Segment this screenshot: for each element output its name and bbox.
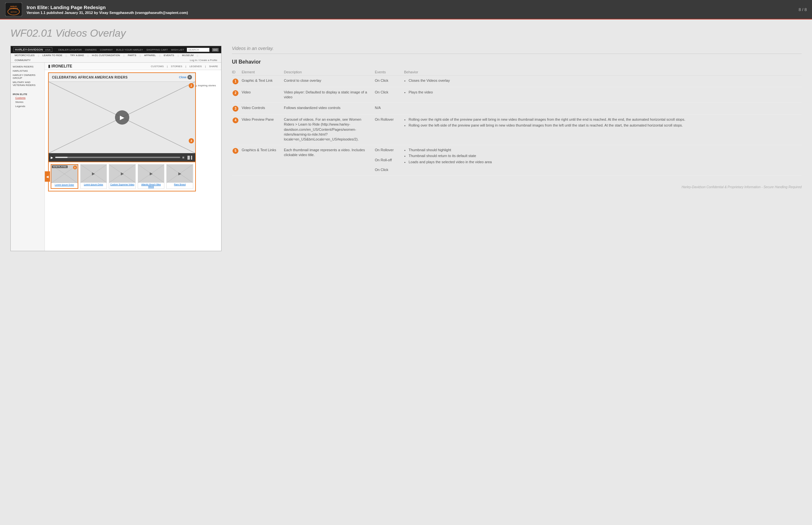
thumb-5-label[interactable]: Rare Breed	[166, 183, 193, 186]
ie-nav-stories[interactable]: STORIES	[171, 65, 182, 68]
col-behavior: Behavior	[404, 69, 802, 76]
table-row: 5 Graphics & Text Links Each thumbnail i…	[232, 145, 802, 175]
project-subtitle: Version 1.1 published January 31, 2012 b…	[27, 11, 799, 15]
video-controls: ▶ ⊞ ▐▌▌	[49, 153, 195, 162]
hd-content-area: WOMEN RIDERS HARLISTIAS HARLEY OWNERS GR…	[11, 63, 221, 251]
search-input[interactable]	[187, 48, 209, 52]
sidebar-item-harlistias[interactable]: HARLISTIAS	[13, 70, 43, 72]
row-2-description: Video player: Defaulted to display a sta…	[284, 87, 375, 103]
wf-page-title: WF02.01 Videos Overlay	[10, 27, 802, 39]
hd-logo-icon: HARLEY DAVIDSON MOTOR	[5, 3, 22, 16]
row-5-behavior: Thumbnail should highlight Thumbnail sho…	[404, 145, 802, 175]
play-pause-icon[interactable]: ▶	[51, 156, 53, 159]
thumb-1-image: NOW PLAYING 5	[51, 165, 78, 183]
row-1-description: Control to close overlay	[284, 76, 375, 87]
row-3-events: N/A	[375, 103, 404, 114]
header: HARLEY DAVIDSON MOTOR Iron Elite: Landin…	[0, 0, 812, 19]
ie-nav-share[interactable]: SHARE	[209, 65, 218, 68]
progress-fill	[55, 157, 68, 158]
row-1-id: 1	[232, 76, 242, 87]
thumb-4[interactable]: ▶ Atlantic Beach Bike Week	[138, 164, 165, 189]
anno-subtitle: Videos in an overlay.	[232, 46, 802, 54]
volume-icon[interactable]: ▐▌▌	[186, 156, 193, 159]
thumb-2-label[interactable]: Lorem Ipsum Dolor	[81, 183, 107, 186]
row-3-behavior	[404, 103, 802, 114]
hd-sidebar: WOMEN RIDERS HARLISTIAS HARLEY OWNERS GR…	[11, 63, 45, 251]
row-2-id: 2	[232, 87, 242, 103]
skip-icon[interactable]: ⊞	[182, 156, 185, 159]
sidebar-sub-customs[interactable]: Customs	[13, 96, 43, 99]
thumb-1-label[interactable]: Lorem Ipsum Dolor	[51, 183, 78, 186]
video-player-area[interactable]: 2 3 ▶	[49, 82, 195, 153]
header-title-block: Iron Elite: Landing Page Redesign Versio…	[27, 4, 799, 15]
col-events: Events	[375, 69, 404, 76]
row-4-description: Carousel of videos. For an example, see …	[284, 114, 375, 145]
sidebar-item-hog[interactable]: HARLEY OWNERS GROUP	[13, 74, 43, 79]
row-4-events: On Rollover	[375, 114, 404, 145]
close-button[interactable]: Close ✕	[179, 75, 192, 79]
sidebar-sub-stories[interactable]: Stories	[13, 101, 43, 104]
ie-header: ▮ IRONELITE CUSTOMS | STORIES | LEGENDS …	[45, 63, 221, 70]
thumb-5[interactable]: ▶ Rare Breed	[166, 164, 193, 189]
sidebar-sub-legends[interactable]: Legends	[13, 105, 43, 108]
ie-nav-legends[interactable]: LEGENDS	[189, 65, 202, 68]
row-2-behavior: Plays the video	[404, 87, 802, 103]
row-3-element: Video Controls	[242, 103, 284, 114]
sidebar-item-women-riders[interactable]: WOMEN RIDERS	[13, 65, 43, 68]
thumbnail-strip: ◀ NOW PLAYING	[49, 162, 195, 191]
row-3-description: Follows standardized video controls	[284, 103, 375, 114]
row-5-description: Each thumbnail image represents a video.…	[284, 145, 375, 175]
thumb-5-play-icon: ▶	[178, 171, 181, 176]
row-2-events: On Click	[375, 87, 404, 103]
search-button[interactable]: GO	[212, 48, 219, 51]
thumb-badge-5: 5	[73, 165, 77, 169]
svg-text:MOTOR: MOTOR	[11, 11, 17, 13]
project-title: Iron Elite: Landing Page Redesign	[27, 4, 799, 10]
table-row: 2 Video Video player: Defaulted to displ…	[232, 87, 802, 103]
footer-confidential: Harley-Davidson Confidential & Proprieta…	[232, 185, 802, 189]
row-2-element: Video	[242, 87, 284, 103]
page-count: 8 / 8	[799, 7, 807, 12]
thumb-3-image: ▶	[109, 165, 135, 183]
row-1-events: On Click	[375, 76, 404, 87]
thumb-3-label[interactable]: Custom Supreme Video	[109, 183, 135, 186]
page-wrapper: WF02.01 Videos Overlay HARLEY-DAVIDSON U…	[0, 19, 812, 525]
login-link[interactable]: Log In / Create a Profile	[189, 58, 219, 62]
content-row: HARLEY-DAVIDSON USA DEALER LOCATOR OWNER…	[10, 46, 802, 251]
anno-section-title: UI Behavior	[232, 59, 802, 65]
close-icon[interactable]: ✕	[187, 75, 192, 79]
thumb-2[interactable]: ▶ Lorem Ipsum Dolor	[80, 164, 107, 189]
thumb-3[interactable]: ▶ Custom Supreme Video	[109, 164, 136, 189]
badge-3: 3	[189, 138, 194, 144]
hd-topbar: HARLEY-DAVIDSON USA DEALER LOCATOR OWNER…	[11, 46, 221, 53]
hd-main-nav: MOTORCYCLES|| LEARN TO RIDE|| TRY A BIKE…	[11, 53, 221, 63]
play-button[interactable]: ▶	[115, 110, 129, 124]
row-3-id: 3	[232, 103, 242, 114]
thumb-2-play-icon: ▶	[92, 171, 95, 176]
ie-nav-customs[interactable]: CUSTOMS	[151, 65, 164, 68]
wireframe-column: HARLEY-DAVIDSON USA DEALER LOCATOR OWNER…	[10, 46, 221, 251]
thumb-1[interactable]: NOW PLAYING 5 Lorem Ipsum Dolor	[51, 164, 78, 189]
hd-main-area: ▮ IRONELITE CUSTOMS | STORIES | LEGENDS …	[45, 63, 221, 251]
thumb-3-play-icon: ▶	[121, 171, 124, 176]
row-5-id: 5	[232, 145, 242, 175]
row-4-behavior: Rolling over the right-side of the previ…	[404, 114, 802, 145]
row-1-element: Graphic & Text Link	[242, 76, 284, 87]
video-overlay: CELEBRATING AFRICAN AMERICAN RIDERS Clos…	[48, 72, 196, 192]
sidebar-item-military[interactable]: MILITARY AND VETERAN RIDERS	[13, 81, 43, 87]
now-playing-label: NOW PLAYING	[52, 165, 68, 168]
close-label: Close	[179, 76, 186, 79]
col-id: ID	[232, 69, 242, 76]
table-row: 4 Video Preview Pane Carousel of videos.…	[232, 114, 802, 145]
annotations-column: Videos in an overlay. UI Behavior ID Ele…	[232, 46, 802, 189]
progress-bar[interactable]	[55, 157, 180, 158]
row-5-element: Graphics & Text Links	[242, 145, 284, 175]
table-row: 3 Video Controls Follows standardized vi…	[232, 103, 802, 114]
scroll-left-arrow[interactable]: ◀	[45, 171, 50, 182]
hd-brand-logo: HARLEY-DAVIDSON USA	[13, 47, 52, 52]
wireframe-browser: HARLEY-DAVIDSON USA DEALER LOCATOR OWNER…	[10, 46, 221, 251]
overlay-titlebar: CELEBRATING AFRICAN AMERICAN RIDERS Clos…	[49, 73, 195, 82]
col-element: Element	[242, 69, 284, 76]
row-5-events: On Rollover On Roll-off On Click	[375, 145, 404, 175]
thumb-4-label[interactable]: Atlantic Beach Bike Week	[138, 183, 164, 189]
